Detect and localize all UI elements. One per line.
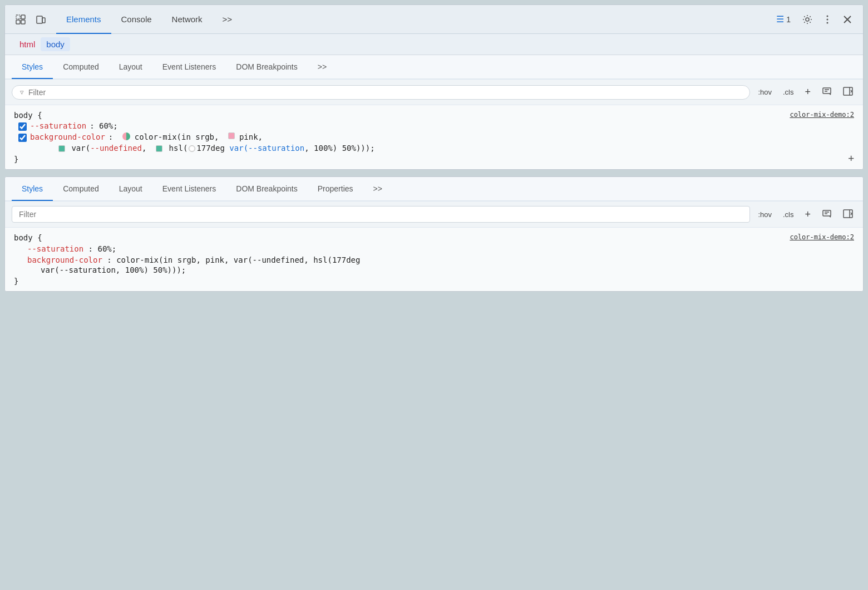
tab-more[interactable]: >> (213, 6, 243, 34)
subtab-computed-1[interactable]: Computed (53, 56, 109, 79)
hsl-circle-icon[interactable] (189, 145, 195, 152)
top-panel: Elements Console Network >> ☰ 1 (4, 4, 864, 170)
tab-network[interactable]: Network (162, 6, 213, 34)
svg-point-7 (827, 15, 828, 17)
svg-rect-15 (844, 87, 852, 95)
checkbox-bgcolor[interactable] (18, 134, 27, 142)
css-source-link-2[interactable]: color-mix-demo:2 (790, 233, 854, 241)
close-icon[interactable] (839, 11, 856, 28)
color-swatch-mixed[interactable] (122, 132, 130, 140)
subtab-computed-2[interactable]: Computed (53, 178, 109, 201)
subtab-more-2[interactable]: >> (363, 178, 392, 201)
subtab-event-listeners-2[interactable]: Event Listeners (152, 178, 226, 201)
subtab-dom-breakpoints-2[interactable]: DOM Breakpoints (226, 178, 307, 201)
toggle-sidebar-icon-2[interactable] (840, 207, 856, 222)
css-rule-header-1: body { color-mix-demo:2 (14, 111, 854, 120)
prop-name-bgcolor-2[interactable]: background-color (27, 255, 102, 264)
tab-console[interactable]: Console (111, 6, 162, 34)
toolbar: Elements Console Network >> ☰ 1 (5, 5, 863, 34)
svg-rect-5 (42, 18, 45, 23)
prop-name-saturation[interactable]: --saturation (30, 121, 86, 130)
prop-value-color-mix[interactable]: color-mix(in srgb, (135, 132, 224, 141)
subtab-layout-2[interactable]: Layout (109, 178, 152, 201)
style-editor-icon-1[interactable] (818, 85, 835, 100)
bottom-panel: Styles Computed Layout Event Listeners D… (4, 176, 864, 292)
pink-swatch[interactable] (228, 132, 235, 139)
svg-point-9 (827, 22, 828, 23)
toolbar-right: ☰ 1 (771, 11, 856, 28)
panel2-sub-tabs: Styles Computed Layout Event Listeners D… (5, 177, 863, 201)
breadcrumb-html[interactable]: html (14, 37, 41, 51)
css-continuation-1: var(--undefined, hsl(177deg var(--satura… (14, 144, 854, 153)
filter-icon-1: ▿ (20, 88, 24, 96)
subtab-styles-2[interactable]: Styles (12, 178, 53, 201)
css-prop-line-bgcolor-2: background-color : color-mix(in srgb, pi… (14, 255, 854, 264)
svg-line-25 (851, 214, 852, 215)
subtab-more-1[interactable]: >> (308, 56, 337, 79)
svg-rect-12 (823, 88, 831, 94)
svg-rect-19 (823, 210, 831, 216)
device-toolbar-icon[interactable] (32, 11, 50, 28)
style-editor-icon-2[interactable] (818, 207, 835, 222)
filter-actions-1: :hov .cls + (754, 84, 856, 100)
more-options-icon[interactable] (818, 11, 836, 28)
breadcrumb-body[interactable]: body (41, 37, 70, 51)
checkbox-saturation[interactable] (18, 122, 27, 131)
devtools-wrapper: Elements Console Network >> ☰ 1 (4, 4, 864, 292)
cls-button-2[interactable]: .cls (780, 208, 797, 221)
hov-button-1[interactable]: :hov (754, 86, 775, 99)
css-property-bgcolor: background-color : color-mix(in srgb, pi… (14, 132, 854, 142)
svg-line-18 (851, 91, 852, 92)
add-style-button-2[interactable]: + (801, 206, 814, 223)
add-style-button-1[interactable]: + (801, 84, 814, 100)
filter-input-2[interactable] (12, 206, 750, 223)
cls-button-1[interactable]: .cls (780, 86, 797, 99)
prop-value-continuation[interactable]: var(--saturation, 100%) 50%))); (41, 266, 186, 274)
svg-rect-22 (844, 210, 852, 218)
css-rule-close-1: } (14, 155, 854, 164)
css-selector-2: body { (14, 233, 42, 242)
prop-value-pink[interactable]: pink, (239, 132, 263, 141)
subtab-layout-1[interactable]: Layout (109, 56, 152, 79)
svg-point-6 (806, 18, 809, 21)
prop-value-bgcolor-2[interactable]: : color-mix(in srgb, pink, var(--undefin… (107, 255, 360, 264)
inspect-element-icon[interactable] (12, 11, 29, 28)
badge-count: 1 (786, 15, 791, 24)
teal-swatch-1[interactable] (58, 145, 65, 152)
prop-name-bgcolor[interactable]: background-color (30, 132, 105, 141)
css-content-1: body { color-mix-demo:2 --saturation : 6… (5, 105, 863, 169)
css-prop-line-saturation-2: --saturation : 60%; (14, 244, 854, 253)
panel1-sub-tabs: Styles Computed Layout Event Listeners D… (5, 55, 863, 80)
subtab-dom-breakpoints-1[interactable]: DOM Breakpoints (226, 56, 307, 79)
subtab-event-listeners-1[interactable]: Event Listeners (152, 56, 226, 79)
teal-swatch-2[interactable] (156, 145, 162, 152)
subtab-properties-2[interactable]: Properties (308, 178, 363, 201)
toolbar-tabs: Elements Console Network >> (56, 5, 242, 33)
prop-name-saturation-2[interactable]: --saturation (27, 244, 83, 253)
var-undefined[interactable]: var(--undefined, (71, 144, 151, 153)
filter-input-wrap-1: ▿ (12, 85, 750, 100)
tab-elements[interactable]: Elements (56, 6, 111, 34)
svg-rect-3 (16, 20, 20, 24)
hsl-value[interactable]: hsl(177deg var(--saturation, 100%) 50%))… (169, 144, 375, 153)
css-selector-1: body { (14, 111, 42, 120)
svg-rect-1 (21, 15, 25, 19)
message-icon: ☰ (776, 14, 784, 24)
css-content-2: body { color-mix-demo:2 --saturation : 6… (5, 228, 863, 291)
css-property-saturation: --saturation : 60%; (14, 121, 854, 131)
filter-bar-2: :hov .cls + (5, 201, 863, 228)
prop-value-saturation[interactable]: : 60%; (90, 121, 118, 130)
toggle-sidebar-icon-1[interactable] (840, 85, 856, 100)
svg-point-8 (827, 18, 828, 20)
css-source-link-1[interactable]: color-mix-demo:2 (790, 111, 854, 119)
notification-badge[interactable]: ☰ 1 (771, 12, 796, 27)
filter-input-1[interactable] (28, 88, 742, 97)
subtab-styles-1[interactable]: Styles (12, 56, 53, 79)
css-rule-close-2: } (14, 277, 854, 286)
svg-rect-0 (16, 15, 20, 19)
filter-actions-2: :hov .cls + (754, 206, 856, 223)
add-property-btn-1[interactable]: + (848, 152, 854, 164)
prop-value-saturation-2[interactable]: : 60%; (88, 244, 117, 253)
settings-icon[interactable] (798, 11, 816, 28)
hov-button-2[interactable]: :hov (754, 208, 775, 221)
